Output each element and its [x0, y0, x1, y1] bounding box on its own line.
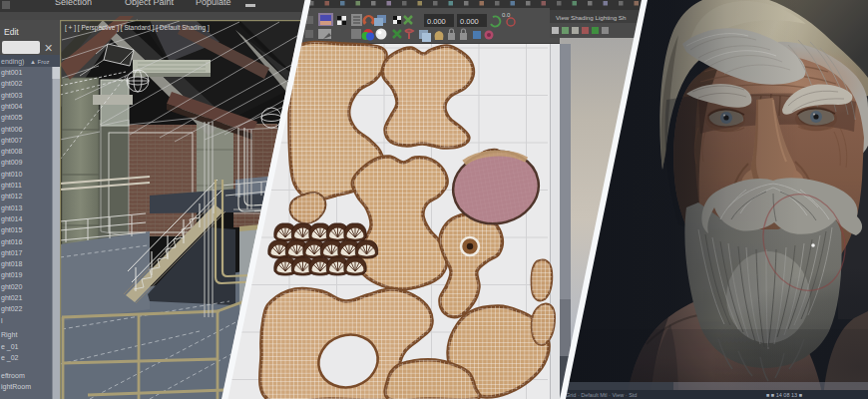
svg-text:■ ■ 14 08 13 ■: ■ ■ 14 08 13 ■	[766, 392, 802, 398]
svg-text:ght007: ght007	[1, 137, 23, 145]
svg-text:ght011: ght011	[1, 182, 22, 190]
svg-text:ght016: ght016	[1, 238, 23, 246]
svg-text:ght004: ght004	[1, 103, 23, 111]
svg-text:ght008: ght008	[1, 148, 23, 156]
svg-text:ightRoom: ightRoom	[1, 383, 31, 391]
svg-text:ght012: ght012	[1, 193, 23, 200]
svg-text:ending): ending)	[1, 58, 24, 66]
svg-text:Edit: Edit	[4, 27, 19, 37]
svg-text:ght009: ght009	[1, 159, 23, 167]
svg-text:ght005: ght005	[1, 114, 23, 122]
svg-text:eftroom: eftroom	[1, 372, 25, 379]
svg-text:ght003: ght003	[1, 92, 23, 100]
svg-text:▲ Froz: ▲ Froz	[30, 59, 50, 65]
svg-text:e _02: e _02	[1, 354, 19, 362]
svg-text:Selection: Selection	[55, 0, 92, 7]
svg-text:ght018: ght018	[1, 260, 23, 268]
svg-text:ght015: ght015	[1, 226, 23, 234]
svg-text:Grid · Default Mtl · View · St: Grid · Default Mtl · View · Std	[566, 392, 637, 398]
svg-text:ght021: ght021	[1, 294, 23, 302]
svg-text:0.0: 0.0	[502, 12, 511, 18]
svg-text:ght001: ght001	[1, 69, 23, 77]
svg-text:ght019: ght019	[1, 271, 23, 279]
svg-text:View Shading Lighting: View Shading Lighting Sh	[556, 14, 627, 21]
svg-text:0.000: 0.000	[427, 17, 446, 26]
svg-text:ght002: ght002	[1, 80, 23, 88]
svg-text:ght006: ght006	[1, 126, 23, 134]
svg-text:e _01: e _01	[1, 343, 19, 351]
svg-text:0.000: 0.000	[460, 17, 479, 26]
svg-text:✕: ✕	[44, 42, 53, 54]
svg-text:ght020: ght020	[1, 283, 23, 291]
svg-text:Populate: Populate	[196, 0, 231, 7]
svg-text:Object Paint: Object Paint	[125, 0, 175, 7]
svg-text:[ + ] [ Perspective ] [ Standa: [ + ] [ Perspective ] [ Standard ] [ Def…	[65, 24, 210, 32]
svg-text:ght010: ght010	[1, 171, 23, 179]
svg-text:ght017: ght017	[1, 249, 23, 257]
svg-text:ght014: ght014	[1, 215, 23, 223]
svg-text:ght013: ght013	[1, 204, 23, 212]
svg-text:Right: Right	[1, 331, 17, 339]
svg-text:ght022: ght022	[1, 305, 23, 313]
